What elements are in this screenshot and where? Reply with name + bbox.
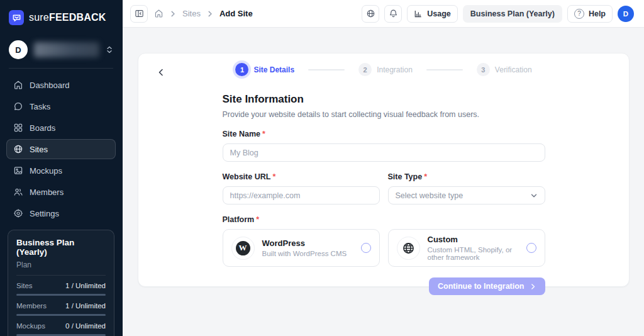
required-asterisk: * bbox=[256, 215, 259, 224]
plan-subtitle: Plan bbox=[16, 260, 106, 276]
continue-label: Continue to Integration bbox=[438, 282, 524, 291]
content-area: 1 Site Details 2 Integration 3 Verificat… bbox=[123, 28, 644, 336]
main-area: Sites Add Site Usage Business Plan (Year… bbox=[123, 0, 644, 336]
usage-label: Mockups bbox=[16, 322, 45, 330]
form-title: Site Information bbox=[223, 93, 545, 106]
plan-badge[interactable]: Business Plan (Yearly) bbox=[463, 5, 562, 23]
brand-name-light: sure bbox=[29, 12, 49, 23]
gear-icon bbox=[13, 208, 23, 218]
platform-option-custom[interactable]: Custom Custom HTML, Shopify, or other fr… bbox=[388, 229, 545, 267]
sidebar-nav: Dashboard Tasks Boards Sites Mockups Mem… bbox=[0, 69, 122, 230]
workspace-avatar: D bbox=[9, 40, 28, 59]
sidebar-item-settings[interactable]: Settings bbox=[6, 203, 116, 223]
sidebar-item-dashboard[interactable]: Dashboard bbox=[6, 75, 116, 95]
usage-label: Usage bbox=[427, 9, 451, 18]
form-subtitle: Provide your website details to start co… bbox=[223, 110, 545, 119]
chevron-right-icon bbox=[169, 10, 177, 18]
globe-icon bbox=[397, 237, 420, 260]
usage-button[interactable]: Usage bbox=[407, 5, 458, 23]
usage-value: 0 / Unlimited bbox=[65, 322, 106, 330]
sidebar-collapse-button[interactable] bbox=[130, 5, 148, 23]
label-text: Site Type bbox=[388, 172, 423, 181]
chat-bubble-icon bbox=[13, 101, 23, 111]
site-information-form: Site Information Provide your website de… bbox=[223, 93, 545, 295]
globe-icon bbox=[13, 144, 23, 154]
usage-row-sites: Sites1 / Unlimited bbox=[16, 282, 106, 296]
sidebar-item-members[interactable]: Members bbox=[6, 182, 116, 202]
image-icon bbox=[13, 165, 23, 176]
website-url-input[interactable] bbox=[223, 186, 380, 204]
site-type-select[interactable]: Select website type bbox=[388, 186, 545, 204]
usage-row-members: Members1 / Unlimited bbox=[16, 302, 106, 316]
site-type-label: Site Type* bbox=[388, 172, 545, 181]
platform-name: WordPress bbox=[262, 238, 353, 248]
required-asterisk: * bbox=[262, 130, 265, 138]
chevron-right-icon bbox=[206, 10, 214, 18]
step-connector bbox=[308, 69, 345, 70]
chevron-right-icon bbox=[530, 283, 536, 290]
step-connector bbox=[426, 69, 463, 70]
panel-left-icon bbox=[135, 9, 144, 18]
workspace-switcher[interactable]: D bbox=[0, 33, 122, 68]
chevron-left-icon bbox=[157, 68, 165, 77]
up-down-chevrons-icon bbox=[106, 45, 113, 54]
help-label: Help bbox=[589, 9, 606, 18]
site-name-label: Site Name* bbox=[223, 130, 545, 138]
step-label: Integration bbox=[377, 65, 413, 74]
website-url-label: Website URL* bbox=[223, 172, 380, 181]
sidebar-item-label: Mockups bbox=[30, 166, 62, 176]
site-name-input[interactable] bbox=[223, 143, 545, 162]
wordpress-badge: W bbox=[236, 241, 250, 255]
platform-label: Platform* bbox=[223, 215, 545, 224]
breadcrumb: Sites Add Site bbox=[154, 9, 253, 18]
user-avatar[interactable]: D bbox=[618, 6, 634, 22]
sidebar-item-tasks[interactable]: Tasks bbox=[6, 96, 116, 116]
platform-name: Custom bbox=[428, 235, 519, 244]
required-asterisk: * bbox=[424, 172, 427, 181]
sidebar-item-label: Boards bbox=[30, 123, 55, 133]
usage-label: Sites bbox=[16, 282, 33, 289]
sidebar-item-boards[interactable]: Boards bbox=[6, 118, 116, 138]
add-site-card: 1 Site Details 2 Integration 3 Verificat… bbox=[138, 53, 630, 287]
question-mark-icon: ? bbox=[574, 9, 584, 19]
step-number: 1 bbox=[235, 63, 248, 76]
plan-usage-card: Business Plan (Yearly) Plan Sites1 / Unl… bbox=[8, 230, 114, 336]
plan-title: Business Plan (Yearly) bbox=[16, 238, 106, 257]
wordpress-icon: W bbox=[231, 237, 255, 260]
step-label: Verification bbox=[495, 65, 532, 74]
workspace-name-redacted bbox=[34, 42, 99, 57]
usage-progress-bar bbox=[16, 314, 106, 316]
platform-option-wordpress[interactable]: W WordPress Built with WordPress CMS bbox=[223, 229, 380, 267]
sidebar-item-label: Dashboard bbox=[30, 81, 70, 90]
help-button[interactable]: ? Help bbox=[567, 5, 613, 23]
step-verification: 3 Verification bbox=[477, 63, 532, 76]
home-icon bbox=[13, 80, 23, 90]
notifications-button[interactable] bbox=[384, 5, 402, 23]
select-value: Select website type bbox=[396, 191, 464, 200]
usage-label: Members bbox=[16, 302, 47, 310]
label-text: Platform bbox=[223, 215, 255, 224]
label-text: Website URL bbox=[223, 172, 271, 181]
wordpress-radio[interactable] bbox=[361, 243, 371, 253]
brand-name: sureFEEDBACK bbox=[29, 12, 106, 23]
custom-radio[interactable] bbox=[526, 243, 536, 253]
step-number: 3 bbox=[477, 63, 490, 76]
platform-description: Custom HTML, Shopify, or other framework bbox=[428, 246, 519, 261]
users-icon bbox=[13, 187, 23, 197]
breadcrumb-current: Add Site bbox=[219, 9, 253, 18]
bell-icon bbox=[389, 9, 398, 18]
back-button[interactable] bbox=[152, 64, 170, 81]
home-icon[interactable] bbox=[154, 9, 164, 18]
sidebar-item-mockups[interactable]: Mockups bbox=[6, 160, 116, 181]
breadcrumb-sites[interactable]: Sites bbox=[182, 9, 201, 18]
sidebar: sureFEEDBACK D Dashboard Tasks Boards Si… bbox=[0, 0, 123, 336]
language-button[interactable] bbox=[362, 5, 379, 23]
sidebar-item-sites[interactable]: Sites bbox=[6, 139, 116, 159]
continue-to-integration-button[interactable]: Continue to Integration bbox=[429, 277, 545, 295]
step-label: Site Details bbox=[253, 65, 294, 74]
usage-progress-bar bbox=[16, 294, 106, 296]
grid-icon bbox=[13, 123, 23, 133]
label-text: Site Name bbox=[223, 130, 260, 138]
step-site-details: 1 Site Details bbox=[235, 63, 294, 76]
wizard-stepper: 1 Site Details 2 Integration 3 Verificat… bbox=[138, 53, 629, 76]
